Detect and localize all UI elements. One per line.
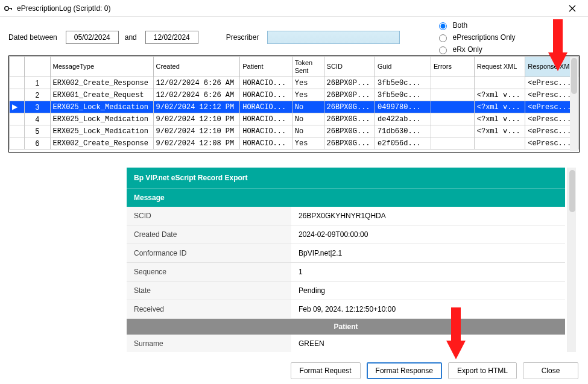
radio-epresc-label: ePrescriptions Only xyxy=(452,33,515,42)
log-grid: MessageType Created Patient Token Sent S… xyxy=(8,55,580,153)
row-pointer xyxy=(10,113,25,125)
detail-value: Pending xyxy=(291,282,565,300)
table-row[interactable]: 6ERX002_Create_Response9/02/2024 12:08 P… xyxy=(10,137,579,150)
cell-errors xyxy=(431,125,474,137)
detail-panel-wrap: Bp VIP.net eScript Record Export Message… xyxy=(127,168,576,352)
detail-row: ReceivedFeb 09, 2024. 12:12:50+10:00 xyxy=(127,300,565,319)
window-title: ePrescriptionLog (ScriptId: 0) xyxy=(17,4,560,13)
row-pointer xyxy=(10,89,25,101)
detail-key: State xyxy=(127,282,291,300)
table-row[interactable]: ▶3ERX025_Lock_Medication9/02/2024 12:12 … xyxy=(10,101,579,113)
cell-patient: HORACIO... xyxy=(240,113,292,125)
detail-row: SCID26BPX0GKYHNYR1QHDA xyxy=(127,207,565,225)
cell-request-xml: <?xml v... xyxy=(474,125,525,137)
prescriber-input[interactable] xyxy=(267,31,400,44)
window-close-button[interactable] xyxy=(560,1,584,16)
row-number: 3 xyxy=(25,101,50,113)
col-errors[interactable]: Errors xyxy=(431,57,474,77)
cell-messagetype: ERX002_Create_Response xyxy=(50,137,153,150)
table-row[interactable]: 1ERX002_Create_Response12/02/2024 6:26 A… xyxy=(10,77,579,89)
prescriber-label: Prescriber xyxy=(226,33,259,42)
detail-scrollbar[interactable] xyxy=(567,168,576,352)
table-row[interactable]: 2ERX001_Create_Request12/02/2024 6:26 AM… xyxy=(10,89,579,101)
cell-created: 12/02/2024 6:26 AM xyxy=(153,89,240,101)
detail-key: Surname xyxy=(127,335,291,352)
row-number: 6 xyxy=(25,137,50,150)
detail-value: GREEN xyxy=(291,335,565,352)
grid-scroll-thumb[interactable] xyxy=(571,58,577,94)
detail-value: 2024-02-09T00:00:00 xyxy=(291,225,565,244)
cell-request-xml xyxy=(474,137,525,150)
filter-bar: Dated between and Prescriber Both ePresc… xyxy=(0,17,588,55)
cell-scid: 26BPX0P... xyxy=(324,89,375,101)
col-request-xml[interactable]: Request XML xyxy=(474,57,525,77)
col-scid[interactable]: SCID xyxy=(324,57,375,77)
detail-key: Received xyxy=(127,300,291,318)
col-patient[interactable]: Patient xyxy=(240,57,292,77)
and-label: and xyxy=(125,33,137,42)
cell-patient: HORACIO... xyxy=(240,137,292,150)
row-number: 5 xyxy=(25,125,50,137)
cell-scid: 26BPX0G... xyxy=(324,101,375,113)
cell-errors xyxy=(431,77,474,89)
format-response-button[interactable]: Format Response xyxy=(367,362,442,379)
format-request-button[interactable]: Format Request xyxy=(291,362,361,379)
cell-patient: HORACIO... xyxy=(240,89,292,101)
table-row[interactable]: 4ERX025_Lock_Medication9/02/2024 12:10 P… xyxy=(10,113,579,125)
radio-erx-only[interactable]: eRx Only xyxy=(436,45,515,54)
col-created[interactable]: Created xyxy=(153,57,240,77)
radio-both-label: Both xyxy=(452,21,467,30)
col-messagetype[interactable]: MessageType xyxy=(50,57,153,77)
table-row[interactable]: 5ERX025_Lock_Medication9/02/2024 12:10 P… xyxy=(10,125,579,137)
cell-scid: 26BPX0G... xyxy=(324,125,375,137)
cell-errors xyxy=(431,101,474,113)
dated-between-label: Dated between xyxy=(8,33,57,42)
detail-section-patient: Patient xyxy=(127,319,565,335)
cell-messagetype: ERX025_Lock_Medication xyxy=(50,125,153,137)
cell-messagetype: ERX001_Create_Request xyxy=(50,89,153,101)
cell-scid: 26BPX0G... xyxy=(324,137,375,150)
cell-errors xyxy=(431,89,474,101)
col-guid[interactable]: Guid xyxy=(375,57,431,77)
detail-scroll-thumb[interactable] xyxy=(569,170,575,212)
type-radio-group: Both ePrescriptions Only eRx Only xyxy=(436,20,515,54)
detail-row: Conformance IDBpVIP.net|2.1 xyxy=(127,244,565,263)
col-rownum[interactable] xyxy=(25,57,50,77)
radio-both-input[interactable] xyxy=(439,22,447,30)
col-token-sent[interactable]: Token Sent xyxy=(292,57,324,77)
cell-guid: 0499780... xyxy=(375,101,431,113)
date-from-input[interactable] xyxy=(66,31,119,44)
cell-guid: 3fb5e0c... xyxy=(375,77,431,89)
footer-bar: Format Request Format Response Export to… xyxy=(0,357,588,384)
grid-header-row: MessageType Created Patient Token Sent S… xyxy=(10,57,579,77)
cell-token: Yes xyxy=(292,77,324,89)
detail-key: Created Date xyxy=(127,225,291,244)
row-pointer: ▶ xyxy=(10,101,25,113)
close-button[interactable]: Close xyxy=(523,362,578,379)
detail-value: 26BPX0GKYHNYR1QHDA xyxy=(291,207,565,225)
detail-panel: Bp VIP.net eScript Record Export Message… xyxy=(127,168,565,352)
cell-token: Yes xyxy=(292,137,324,150)
cell-request-xml: <?xml v... xyxy=(474,89,525,101)
export-html-button[interactable]: Export to HTML xyxy=(448,362,517,379)
cell-created: 9/02/2024 12:10 PM xyxy=(153,125,240,137)
cell-token: No xyxy=(292,101,324,113)
row-number: 4 xyxy=(25,113,50,125)
cell-guid: 71db630... xyxy=(375,125,431,137)
cell-patient: HORACIO... xyxy=(240,101,292,113)
row-number: 2 xyxy=(25,89,50,101)
row-pointer xyxy=(10,137,25,150)
cell-messagetype: ERX025_Lock_Medication xyxy=(50,101,153,113)
cell-scid: 26BPX0P... xyxy=(324,77,375,89)
detail-value: Feb 09, 2024. 12:12:50+10:00 xyxy=(291,300,565,318)
grid-scrollbar[interactable] xyxy=(570,57,578,151)
radio-eprescriptions-only[interactable]: ePrescriptions Only xyxy=(436,33,515,42)
date-to-input[interactable] xyxy=(145,31,198,44)
log-table[interactable]: MessageType Created Patient Token Sent S… xyxy=(9,56,579,150)
cell-request-xml: <?xml v... xyxy=(474,101,525,113)
radio-erx-input[interactable] xyxy=(439,46,447,54)
radio-both[interactable]: Both xyxy=(436,20,515,30)
radio-epresc-input[interactable] xyxy=(439,34,447,42)
detail-row: SurnameGREEN xyxy=(127,335,565,352)
cell-request-xml: <?xml v... xyxy=(474,113,525,125)
